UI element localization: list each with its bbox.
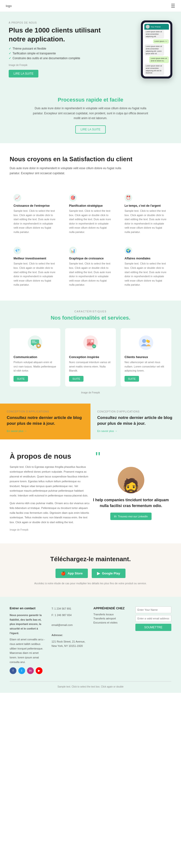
feature-icon-3: ⏰	[125, 194, 132, 202]
chat-msg-5: Lorem ipsum dolor sit amet consectetur a…	[144, 64, 164, 75]
hero-feature-2: Tarification simple et transparente	[9, 52, 114, 55]
app-store-label: App Store	[68, 571, 82, 575]
apple-icon: 🍎	[61, 571, 66, 576]
blog-title-2: Consultez notre dernier article de blog …	[97, 415, 174, 427]
footer-service-1[interactable]: Transferts locaux	[94, 613, 130, 616]
feature-card-5: 📊 Graphique de croissance Sample text. C…	[65, 243, 116, 291]
about-title: À propos de nous	[10, 452, 90, 461]
instagram-icon[interactable]: in	[27, 667, 34, 674]
twitter-icon[interactable]: t	[18, 667, 25, 674]
footer-contact-col: Entrer en contact Nous pouvons garantir …	[10, 607, 46, 674]
feature-title-1: Croissance de l'entreprise	[14, 204, 56, 208]
characteristics-image-credit: Image de Freepik	[10, 391, 171, 394]
about-section: À propos de nous Sample text. Click to E…	[0, 439, 181, 544]
about-left: À propos de nous Sample text. Click to E…	[10, 452, 90, 531]
svg-text:✏: ✏	[93, 345, 95, 348]
feature-text-6: Sample text. Click to select the text bo…	[125, 261, 167, 287]
chat-contact-name: Your Friend	[151, 26, 160, 28]
hero-cta-button[interactable]: LIRE LA SUITE	[9, 70, 38, 78]
feature-text-5: Sample text. Click to select the text bo…	[69, 261, 112, 287]
hero-image-credit: Image de Freepik	[9, 64, 114, 66]
design-svg: ✏	[82, 334, 99, 351]
feature-text-4: Sample text. Click to select the text bo…	[14, 261, 56, 287]
phone-screen: Your Friend Lorem ipsum dolor sit amet,c…	[143, 22, 171, 76]
footer-services-label: APPRÉHENDÉ CHEZ	[94, 607, 130, 610]
hero-feature-1: Thème puissant et flexible	[9, 47, 114, 50]
youtube-icon[interactable]: ▶	[36, 667, 43, 674]
footer-contact-text: Etiam sit amet convallis arcu - risus ae…	[10, 637, 46, 664]
feature-title-3: Le temps, c'est de l'argent	[125, 204, 167, 208]
characteristics-label: CARACTÉRISTIQUES	[10, 310, 171, 313]
about-image-credit: Image de Freepik	[10, 528, 28, 531]
feature-title-4: Meilleur investissement	[14, 257, 56, 260]
process-cta-button[interactable]: LIRE LA SUITE	[75, 125, 106, 133]
hero-features-list: Thème puissant et flexible Tarification …	[9, 47, 114, 60]
footer-grid: Entrer en contact Nous pouvons garantir …	[10, 607, 171, 674]
footer-name-input[interactable]	[135, 607, 172, 613]
feature-icon-5: 📊	[69, 247, 77, 254]
service-card-2: ✏ Conception inspirée Nunc consequat int…	[65, 328, 116, 386]
footer: Entrer en contact Nous pouvons garantir …	[0, 597, 181, 693]
footer-address-label: Adresse:	[52, 633, 88, 638]
facebook-icon[interactable]: f	[10, 667, 17, 674]
clients-svg	[137, 334, 154, 351]
service-btn-2[interactable]: SUITE	[69, 376, 83, 382]
blog-title-1: Consultez notre dernier article de blog …	[7, 415, 84, 427]
process-section: Processus rapide et facile Duis aute iru…	[0, 87, 181, 143]
hero-label: À PROPOS DE NOUS	[9, 22, 114, 24]
about-avatar: 🧔	[118, 467, 144, 493]
hero-content: À PROPOS DE NOUS Plus de 1000 clients ut…	[9, 22, 114, 78]
service-title-1: Communication	[14, 355, 56, 359]
footer-service-2[interactable]: Transferts aéroport	[94, 617, 130, 620]
service-btn-1[interactable]: SUITE	[14, 376, 28, 382]
footer-services-col: APPRÉHENDÉ CHEZ Transferts locaux Transf…	[94, 607, 130, 674]
footer-service-3[interactable]: Excursions et visites	[94, 621, 130, 624]
footer-contact-bold: Nous pouvons garantir la fiabilité, des …	[10, 613, 46, 635]
service-btn-3[interactable]: SUITE	[125, 376, 139, 382]
communication-svg: 💬	[27, 334, 44, 351]
footer-form-col: SOUMETTRE	[135, 607, 172, 674]
service-illustration-2: ✏	[69, 333, 112, 352]
service-desc-1: Pretium volutpat aliquam enim id orci na…	[14, 360, 56, 373]
feature-title-6: Affaires mondiales	[125, 257, 167, 260]
google-play-button[interactable]: ▶ Google Play	[92, 569, 125, 578]
feature-card-4: 💎 Meilleur investissement Sample text. C…	[10, 243, 60, 291]
footer-bottom: Sample text. Click to select the text bo…	[10, 681, 171, 688]
download-note: Accédez à notre étude de cas pour multip…	[10, 582, 171, 585]
features-grid: 📈 Croissance de l'entreprise Sample text…	[0, 190, 181, 301]
blog-link-1[interactable]: En savoir plus →	[7, 430, 27, 432]
avatar-person-icon: 🧔	[122, 479, 140, 493]
feature-card-1: 📈 Croissance de l'entreprise Sample text…	[10, 190, 60, 238]
service-desc-3: Nec ullamcorper sit amet risus nullam. L…	[125, 360, 167, 373]
footer-phone-1: T: 1 234 567 891	[52, 607, 88, 611]
hero-section: À PROPOS DE NOUS Plus de 1000 clients ut…	[0, 12, 181, 87]
blog-section: Conception d'applications Consultez notr…	[0, 404, 181, 440]
characteristics-title: Nos fonctionnalités et services.	[10, 315, 171, 321]
about-para-1: Sample text. Click to Egestas egestas fr…	[10, 465, 90, 498]
chat-messages: Lorem ipsum dolor sit amet,consectetur a…	[144, 30, 169, 75]
chat-avatar	[146, 25, 150, 29]
feature-icon-1: 📈	[14, 194, 21, 202]
app-store-button[interactable]: 🍎 App Store	[55, 569, 88, 578]
chat-msg-4: Lorem ipsum dolor sit amet et dolore eu.	[149, 56, 169, 63]
svg-point-11	[139, 336, 153, 350]
feature-card-2: 🎯 Planification stratégique Sample text.…	[65, 190, 116, 238]
footer-address: 121 Rock Street, 21 Avenue, New York, NY…	[52, 640, 88, 648]
nav-logo[interactable]: logo	[6, 4, 12, 8]
nav-menu-icon[interactable]: ☰	[171, 3, 175, 9]
satisfaction-title: Nous croyons en la Satisfaction du clien…	[10, 155, 171, 163]
download-title: Téléchargez-le maintenant.	[10, 555, 171, 563]
blog-card-1: Conception d'applications Consultez notr…	[0, 404, 90, 440]
footer-email-input[interactable]	[135, 615, 172, 622]
blog-link-2[interactable]: En savoir plus →	[97, 430, 117, 432]
about-para-2: Quis viverra nibh cras pulvinar mattis. …	[10, 501, 90, 525]
download-section: Téléchargez-le maintenant. 🍎 App Store ▶…	[0, 544, 181, 597]
feature-text-1: Sample text. Click to select the text bo…	[14, 209, 56, 235]
svg-rect-3	[32, 342, 37, 343]
chat-header: Your Friend	[144, 24, 169, 30]
linkedin-button[interactable]: in Trouvez-moi sur LinkedIn	[110, 513, 152, 520]
footer-submit-button[interactable]: SOUMETTRE	[135, 624, 172, 631]
feature-title-5: Graphique de croissance	[69, 257, 112, 260]
process-title: Processus rapide et facile	[10, 97, 171, 103]
service-card-1: 💬 Communication Pretium volutpat aliquam…	[10, 328, 60, 386]
